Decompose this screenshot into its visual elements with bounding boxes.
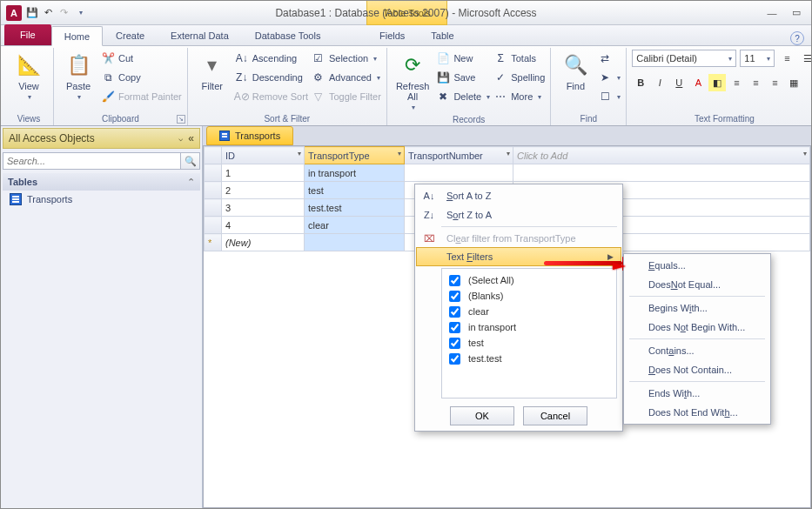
nav-collapse-icon[interactable]: « [188, 132, 194, 144]
view-button[interactable]: 📐 View ▾ [10, 50, 48, 103]
totals-button[interactable]: ΣTotals [493, 50, 545, 67]
save-icon[interactable]: 💾 [25, 6, 39, 20]
tab-fields[interactable]: Fields [366, 25, 418, 45]
chevron-down-icon[interactable]: ▾ [398, 150, 401, 157]
spelling-button[interactable]: ✓Spelling [493, 69, 545, 86]
select-button[interactable]: ☐▾ [598, 88, 621, 105]
submenu-contains[interactable]: Contains... [626, 341, 768, 360]
totals-icon: Σ [493, 51, 507, 65]
group-views: 📐 View ▾ Views [4, 48, 54, 125]
submenu-begins-with[interactable]: Begins With... [626, 298, 768, 318]
restore-button[interactable]: ▭ [787, 6, 806, 20]
search-input[interactable] [3, 152, 181, 170]
group-label-textfmt: Text Formatting [632, 112, 812, 125]
align-center-button[interactable]: ≡ [747, 74, 764, 91]
view-icon: 📐 [15, 51, 43, 79]
more-button[interactable]: ⋯More▾ [493, 88, 545, 105]
filter-option[interactable]: (Blanks) [446, 288, 613, 304]
font-name-select[interactable]: Calibri (Detail)▾ [632, 50, 736, 67]
filter-option[interactable]: (Select All) [446, 272, 613, 288]
quick-access-toolbar: 💾 ↶ ↷ ▾ [25, 6, 88, 20]
copy-button[interactable]: ⧉Copy [101, 69, 182, 86]
menu-sort-za[interactable]: Z↓Sort Z to A [417, 205, 621, 224]
doc-tab-transports[interactable]: Transports [206, 126, 293, 145]
descending-button[interactable]: Z↓Descending [235, 69, 308, 86]
table-icon [10, 193, 22, 205]
filter-option[interactable]: test.test [446, 351, 613, 366]
fill-color-button[interactable]: ◧ [708, 74, 726, 91]
column-header-click-to-add[interactable]: Click to Add▾ [513, 147, 810, 164]
filter-checklist[interactable]: (Select All) (Blanks) clear in transport… [441, 268, 617, 398]
redo-icon[interactable]: ↷ [57, 6, 70, 20]
undo-icon[interactable]: ↶ [41, 6, 55, 20]
menu-sort-az[interactable]: A↓Sort A to Z [417, 186, 621, 205]
nav-dropdown-icon[interactable]: ⌵ [178, 134, 183, 143]
align-left-button[interactable]: ≡ [728, 74, 745, 91]
filter-option[interactable]: in transport [446, 319, 613, 335]
sort-asc-icon: A↓ [235, 51, 249, 65]
delete-button[interactable]: ✖Delete▾ [436, 88, 490, 105]
chevron-down-icon[interactable]: ▾ [298, 150, 301, 157]
nav-header[interactable]: All Access Objects ⌵ « [3, 128, 200, 149]
tab-file[interactable]: File [4, 24, 51, 45]
remove-sort-icon: A⊘ [235, 90, 249, 104]
bold-button[interactable]: B [632, 74, 649, 91]
chevron-down-icon[interactable]: ▾ [507, 150, 510, 157]
chevron-down-icon[interactable]: ▾ [803, 150, 807, 157]
search-button[interactable]: 🔍 [181, 152, 200, 170]
spelling-icon: ✓ [493, 70, 507, 84]
font-size-select[interactable]: 11▾ [740, 50, 775, 67]
new-button[interactable]: 📄New [436, 50, 490, 67]
font-color-button[interactable]: A [689, 74, 707, 91]
minimize-button[interactable]: — [762, 6, 782, 20]
submenu-ends-with[interactable]: Ends With... [626, 384, 768, 403]
cut-button[interactable]: ✂️Cut [101, 50, 182, 67]
advanced-button[interactable]: ⚙Advanced▾ [312, 69, 381, 86]
qat-customize-icon[interactable]: ▾ [74, 6, 88, 20]
save-button[interactable]: 💾Save [436, 69, 490, 86]
gridlines-button[interactable]: ▦ [785, 74, 802, 91]
paste-icon: 📋 [64, 51, 92, 79]
submenu-equals[interactable]: Equals... [626, 256, 768, 275]
tab-home[interactable]: Home [51, 26, 103, 46]
submenu-not-equal[interactable]: Does Not Equal... [626, 275, 768, 294]
submenu-not-begin-with[interactable]: Does Not Begin With... [626, 318, 768, 337]
menu-text-filters[interactable]: Text Filters▶ [416, 247, 621, 266]
find-button[interactable]: 🔍 Find [556, 50, 594, 93]
underline-button[interactable]: U [670, 74, 688, 91]
align-right-button[interactable]: ≡ [766, 74, 783, 91]
filter-option[interactable]: clear [446, 304, 613, 319]
paste-button[interactable]: 📋 Paste ▾ [59, 50, 97, 103]
submenu-not-contain[interactable]: Does Not Contain... [626, 360, 768, 379]
filter-option[interactable]: test [446, 335, 613, 351]
clipboard-launcher[interactable]: ↘ [177, 115, 185, 124]
filter-button[interactable]: ▾ Filter [193, 50, 232, 93]
cancel-button[interactable]: Cancel [523, 406, 587, 425]
group-clipboard: 📋 Paste ▾ ✂️Cut ⧉Copy 🖌️Format Painter C… [54, 48, 188, 125]
nav-table-transports[interactable]: Transports [1, 191, 202, 208]
group-label-find: Find [556, 112, 621, 125]
goto-button[interactable]: ➤▾ [598, 69, 621, 86]
refresh-all-button[interactable]: ⟳ Refresh All ▾ [393, 50, 433, 113]
selection-button[interactable]: ☑Selection▾ [312, 50, 381, 67]
column-header-transporttype[interactable]: TransportType▾ [305, 147, 405, 164]
ascending-button[interactable]: A↓Ascending [235, 50, 308, 67]
help-icon[interactable]: ? [790, 31, 804, 45]
replace-button[interactable]: ⇄ [598, 50, 621, 67]
table-icon [219, 131, 230, 141]
submenu-not-end-with[interactable]: Does Not End With... [626, 403, 768, 422]
column-header-transportnumber[interactable]: TransportNumber▾ [405, 147, 513, 164]
tab-external-data[interactable]: External Data [158, 25, 242, 45]
ok-button[interactable]: OK [450, 406, 514, 425]
tab-table[interactable]: Table [418, 25, 466, 45]
group-find: 🔍 Find ⇄ ➤▾ ☐▾ Find [551, 48, 627, 125]
select-all-corner[interactable] [205, 147, 222, 164]
bullets-icon[interactable]: ≡ [778, 50, 795, 67]
table-row[interactable]: 1in transport [205, 164, 810, 182]
column-header-id[interactable]: ID▾ [222, 147, 305, 164]
tables-group-header[interactable]: Tables ⌃ [3, 173, 200, 191]
numbering-icon[interactable]: ☰ [799, 50, 812, 67]
italic-button[interactable]: I [651, 74, 668, 91]
tab-database-tools[interactable]: Database Tools [242, 25, 334, 45]
tab-create[interactable]: Create [103, 25, 158, 45]
